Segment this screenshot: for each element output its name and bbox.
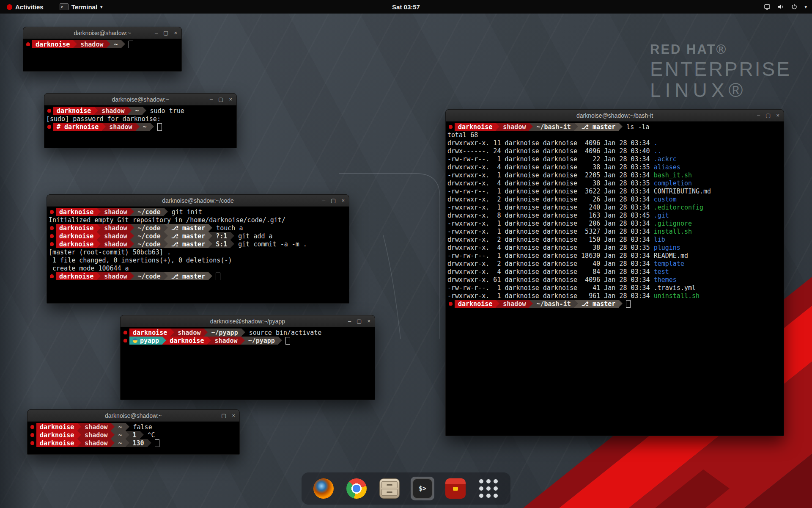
maximize-button[interactable]: ▢ <box>765 110 771 121</box>
powerline-arrow-icon <box>130 232 134 240</box>
prompt-segment-host: shadow <box>98 107 128 115</box>
powerline-arrow-shape <box>126 431 129 439</box>
powerline-arrow-icon <box>130 224 134 232</box>
dock-item-firefox[interactable] <box>312 477 335 500</box>
prompt-segment-host: shadow <box>174 329 204 337</box>
prompt-segment-host: shadow <box>101 224 130 232</box>
window-titlebar[interactable]: darknoise@shadow:~/bash-it – ▢ × <box>446 110 784 121</box>
dock-item-chrome[interactable] <box>345 477 368 500</box>
redhat-prompt-icon <box>30 425 34 429</box>
minimize-button[interactable]: – <box>155 27 158 39</box>
close-button[interactable]: × <box>776 110 779 121</box>
powerline-arrow-shape <box>126 439 129 447</box>
terminal-line: darknoiseshadow~ false <box>29 423 238 431</box>
close-button[interactable]: × <box>229 94 232 105</box>
terminal-window: darknoise@shadow:~/code – ▢ × darknoises… <box>47 194 349 304</box>
powerline-arrow-icon <box>107 40 110 48</box>
prompt-segment-path: ~ <box>132 107 142 115</box>
maximize-button[interactable]: ▢ <box>218 94 223 105</box>
wallpaper-arc <box>339 174 440 339</box>
file-name: .travis.yml <box>654 284 696 292</box>
volume-icon[interactable] <box>777 3 784 10</box>
prompt-segment-path: ~ <box>140 123 150 131</box>
powerline-arrow-shape <box>111 423 115 431</box>
dock-item-toolbox[interactable] <box>444 477 467 500</box>
chevron-down-icon[interactable]: ▾ <box>804 4 807 10</box>
close-button[interactable]: × <box>232 410 235 421</box>
prompt-segment-user: darknoise <box>455 123 496 131</box>
close-button[interactable]: × <box>367 315 370 327</box>
minimize-button[interactable]: – <box>210 94 213 105</box>
brand-enterprise: ENTERPRISE <box>650 59 791 80</box>
redhat-prompt-icon <box>50 242 54 246</box>
close-button[interactable]: × <box>174 27 177 39</box>
powerline-arrow-icon <box>77 423 81 431</box>
powerline-arrow-shape <box>97 224 101 232</box>
window-titlebar[interactable]: darknoise@shadow:~ – ▢ × <box>23 27 181 39</box>
red-stripe <box>655 469 730 508</box>
power-icon[interactable] <box>791 3 798 10</box>
prompt-segment-host: shadow <box>81 439 111 447</box>
prompt-segment-git: ⎇ master <box>168 224 209 232</box>
dock-item-files[interactable] <box>378 477 401 500</box>
window-title: darknoise@shadow:~ <box>27 412 239 419</box>
prompt-segment-user: darknoise <box>166 337 207 345</box>
powerline-arrow-icon <box>143 107 146 115</box>
terminal-body[interactable]: darknoiseshadow~/code git initInitialize… <box>47 207 349 282</box>
python-icon <box>133 338 137 343</box>
prompt-segment-host: shadow <box>101 272 130 280</box>
drawer-icon <box>381 489 398 496</box>
powerline-arrow-icon <box>529 123 533 131</box>
prompt-segment-venv: pyapp <box>129 337 162 345</box>
prompt-segment-path: ~/code <box>134 208 164 216</box>
command-text: git init <box>168 208 202 216</box>
files-icon <box>379 478 400 499</box>
window-title: darknoise@shadow:~/pyapp <box>121 318 375 325</box>
powerline-arrow-shape <box>130 240 134 248</box>
powerline-arrow-shape <box>230 232 234 240</box>
powerline-arrow-shape <box>126 423 129 431</box>
powerline-arrow-shape <box>143 107 146 114</box>
powerline-arrow-shape <box>77 423 81 431</box>
maximize-button[interactable]: ▢ <box>221 410 226 421</box>
output-text: drwxrwxr-x. 4 darknoise darknoise 38 Jan… <box>447 244 654 251</box>
powerline-arrow-icon <box>126 439 129 447</box>
window-titlebar[interactable]: darknoise@shadow:~/pyapp – ▢ × <box>121 315 375 327</box>
window-titlebar[interactable]: darknoise@shadow:~ – ▢ × <box>44 94 236 105</box>
close-button[interactable]: × <box>341 195 345 206</box>
terminal-window: darknoise@shadow:~ – ▢ × darknoiseshadow… <box>23 27 182 72</box>
display-icon[interactable] <box>764 3 771 10</box>
minimize-button[interactable]: – <box>322 195 325 206</box>
prompt-segment-host: shadow <box>499 300 529 308</box>
terminal-body[interactable]: darknoiseshadow~/pyapp source bin/activa… <box>121 327 375 346</box>
minimize-button[interactable]: – <box>213 410 216 421</box>
minimize-button[interactable]: – <box>757 110 760 121</box>
clock[interactable]: Sat 03:57 <box>0 3 812 11</box>
terminal-body[interactable]: darknoiseshadow~/bash-it⎇ master ls -lat… <box>446 121 784 309</box>
maximize-button[interactable]: ▢ <box>163 27 168 39</box>
terminal-window: darknoise@shadow:~ – ▢ × darknoiseshadow… <box>27 409 240 455</box>
terminal-line: darknoiseshadow~/code⎇ masterS:1 git com… <box>49 240 347 248</box>
redhat-prompt-icon <box>449 302 453 306</box>
prompt-segment-user: darknoise <box>455 300 496 308</box>
terminal-body[interactable]: darknoiseshadow~ sudo true[sudo] passwor… <box>44 105 236 132</box>
dock-item-terminal[interactable]: $> <box>411 477 434 500</box>
powerline-arrow-shape <box>208 272 212 280</box>
window-titlebar[interactable]: darknoise@shadow:~ – ▢ × <box>27 410 239 422</box>
powerline-arrow-icon <box>278 337 282 345</box>
maximize-button[interactable]: ▢ <box>331 195 336 206</box>
powerline-arrow-shape <box>529 123 533 130</box>
powerline-arrow-shape <box>136 123 140 130</box>
powerline-arrow-shape <box>111 439 115 447</box>
dock-item-app-grid[interactable] <box>477 477 500 500</box>
terminal-body[interactable]: darknoiseshadow~ falsedarknoiseshadow~1 … <box>27 422 239 448</box>
terminal-line: darknoiseshadow~130 <box>29 439 238 447</box>
terminal-body[interactable]: darknoiseshadow~ <box>23 39 181 50</box>
minimize-button[interactable]: – <box>348 315 351 327</box>
command-text: git commit -a -m . <box>234 240 307 248</box>
prompt-segment-gitx: S:1 <box>212 240 230 248</box>
powerline-arrow-shape <box>97 208 101 215</box>
file-name: themes <box>654 276 677 284</box>
maximize-button[interactable]: ▢ <box>357 315 362 327</box>
window-titlebar[interactable]: darknoise@shadow:~/code – ▢ × <box>47 195 349 207</box>
